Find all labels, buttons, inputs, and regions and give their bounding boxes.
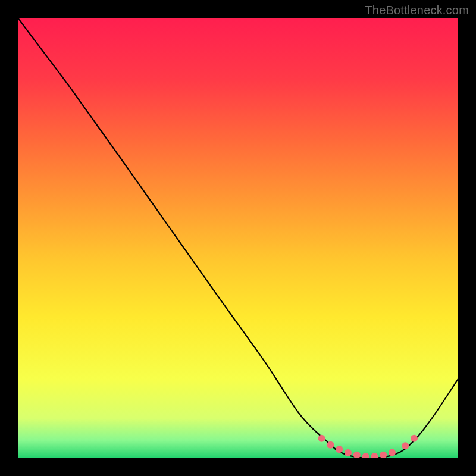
watermark-text: TheBottleneck.com: [365, 4, 469, 17]
highlight-dot: [353, 452, 361, 458]
highlight-dot: [327, 441, 334, 449]
highlight-dot: [362, 453, 369, 458]
highlight-dot: [380, 452, 387, 458]
highlight-dots-group: [318, 435, 418, 458]
highlight-dot: [345, 449, 352, 456]
highlight-dot: [411, 435, 418, 442]
highlight-dot: [402, 442, 409, 449]
bottleneck-curve-path: [18, 18, 458, 458]
highlight-dot: [371, 453, 378, 458]
highlight-dot: [336, 446, 343, 453]
highlight-dot: [318, 435, 325, 442]
plot-area: [18, 18, 458, 458]
chart-stage: TheBottleneck.com: [0, 0, 476, 476]
highlight-dot: [389, 449, 396, 456]
curve-svg: [18, 18, 458, 458]
